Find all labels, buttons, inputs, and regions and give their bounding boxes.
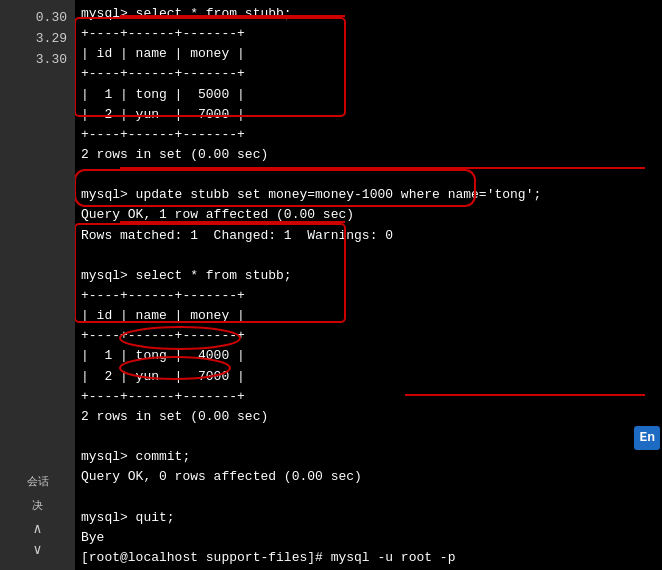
terminal-line-1: mysql> select * from stubb;: [81, 4, 656, 24]
terminal-line-10: mysql> update stubb set money=money-1000…: [81, 185, 656, 205]
sidebar-label-2: 决: [0, 495, 75, 518]
line-number-3: 3.30: [0, 50, 67, 71]
terminal-line-12: Rows matched: 1 Changed: 1 Warnings: 0: [81, 226, 656, 246]
terminal-line-8: 2 rows in set (0.00 sec): [81, 145, 656, 165]
terminal-line-17: +----+------+-------+: [81, 326, 656, 346]
terminal-window: mysql> select * from stubb; +----+------…: [75, 0, 662, 570]
line-number-1: 0.30: [0, 8, 67, 29]
terminal-line-23: mysql> commit;: [81, 447, 656, 467]
terminal-line-7: +----+------+-------+: [81, 125, 656, 145]
terminal-line-3: | id | name | money |: [81, 44, 656, 64]
sidebar: 0.30 3.29 3.30 会话 决 ∧ ∨: [0, 0, 75, 570]
terminal-line-5: | 1 | tong | 5000 |: [81, 85, 656, 105]
scroll-up-button[interactable]: ∧: [0, 518, 75, 539]
scroll-down-button[interactable]: ∨: [0, 539, 75, 560]
terminal-line-18: | 1 | tong | 4000 |: [81, 346, 656, 366]
terminal-line-22: [81, 427, 656, 447]
terminal-line-27: Bye: [81, 528, 656, 548]
terminal-line-15: +----+------+-------+: [81, 286, 656, 306]
terminal-line-21: 2 rows in set (0.00 sec): [81, 407, 656, 427]
sidebar-numbers: 0.30 3.29 3.30: [0, 8, 75, 70]
en-badge: En: [634, 426, 660, 450]
line-number-2: 3.29: [0, 29, 67, 50]
terminal-line-11: Query OK, 1 row affected (0.00 sec): [81, 205, 656, 225]
terminal-line-6: | 2 | yun | 7000 |: [81, 105, 656, 125]
terminal-line-19: | 2 | yun | 7000 |: [81, 367, 656, 387]
terminal-line-13: [81, 246, 656, 266]
sidebar-bottom: 会话 决 ∧ ∨: [0, 471, 75, 570]
terminal-line-20: +----+------+-------+: [81, 387, 656, 407]
terminal-line-28: [root@localhost support-files]# mysql -u…: [81, 548, 656, 568]
terminal-line-14: mysql> select * from stubb;: [81, 266, 656, 286]
terminal-line-26: mysql> quit;: [81, 508, 656, 528]
terminal-line-24: Query OK, 0 rows affected (0.00 sec): [81, 467, 656, 487]
sidebar-label-1: 会话: [0, 471, 75, 494]
terminal-line-25: [81, 487, 656, 507]
terminal-line-4: +----+------+-------+: [81, 64, 656, 84]
terminal-line-9: [81, 165, 656, 185]
terminal-line-2: +----+------+-------+: [81, 24, 656, 44]
terminal-line-16: | id | name | money |: [81, 306, 656, 326]
